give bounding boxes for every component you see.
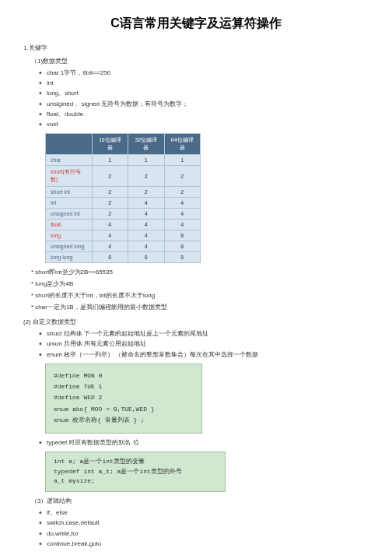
th: 32位编译器 bbox=[128, 134, 164, 155]
page-title: C语言常用关键字及运算符操作 bbox=[23, 16, 369, 32]
th: 64位编译器 bbox=[164, 134, 200, 155]
list-item: int bbox=[39, 79, 369, 87]
list-item: struct 结构体 下一个元素的起始地址是上一个元素的尾地址 bbox=[39, 329, 369, 338]
note: * char一定为1B，是我们编程能用的最小数据类型 bbox=[31, 303, 369, 311]
list-item: do,while,for bbox=[39, 529, 369, 538]
th: 16位编译器 bbox=[92, 134, 128, 155]
list-item: char 1字节，8bit==256 bbox=[39, 68, 369, 77]
datatype-size-table: 16位编译器 32位编译器 64位编译器 char111 short(有符号数)… bbox=[45, 133, 201, 263]
list-item: unsigined 、signed 无符号为数据；有符号为数字； bbox=[39, 100, 369, 108]
list-item: float、double bbox=[39, 110, 369, 118]
custom-types-list: struct 结构体 下一个元素的起始地址是上一个元素的尾地址 union 共用… bbox=[39, 329, 369, 359]
list-item: if、else bbox=[39, 508, 369, 517]
list-item: union 共用体 所有元素公用起始地址 bbox=[39, 339, 369, 348]
note: * long至少为4B bbox=[31, 279, 369, 288]
section-1-3: （3）逻辑结构 bbox=[31, 497, 369, 505]
th bbox=[46, 134, 93, 155]
basic-types-list: char 1字节，8bit==256 int long、short unsigi… bbox=[39, 68, 369, 128]
typedef-list: typedef 对原有数据类型的别名 位 bbox=[39, 438, 369, 447]
list-item: typedef 对原有数据类型的别名 位 bbox=[39, 438, 369, 447]
list-item: switch,case,default bbox=[39, 518, 369, 527]
list-item: long、short bbox=[39, 89, 369, 97]
typedef-code-box: int a; a是一个int类型的变量 typedef int a_t; a是一… bbox=[45, 451, 226, 492]
list-item: enum 枚举｛一一列举｝ （被命名的整形常数集合）每次在其中选择一个数据 bbox=[39, 350, 369, 359]
section-1: 1.关键字 bbox=[23, 44, 369, 52]
list-item: continue,break,goto bbox=[39, 539, 369, 548]
logic-list: if、else switch,case,default do,while,for… bbox=[39, 508, 369, 548]
note: * short的长度不大于int，int的长度不大于long bbox=[31, 291, 369, 300]
note: * short即int至少为2B==65535 bbox=[31, 268, 369, 276]
section-1-2: (2) 自定义数据类型 bbox=[23, 318, 369, 326]
section-1-1: （1)数据类型 bbox=[31, 57, 369, 65]
enum-code-box: #define MON 0 #define TUE 1 #define WED … bbox=[45, 364, 202, 434]
list-item: void bbox=[39, 120, 369, 128]
